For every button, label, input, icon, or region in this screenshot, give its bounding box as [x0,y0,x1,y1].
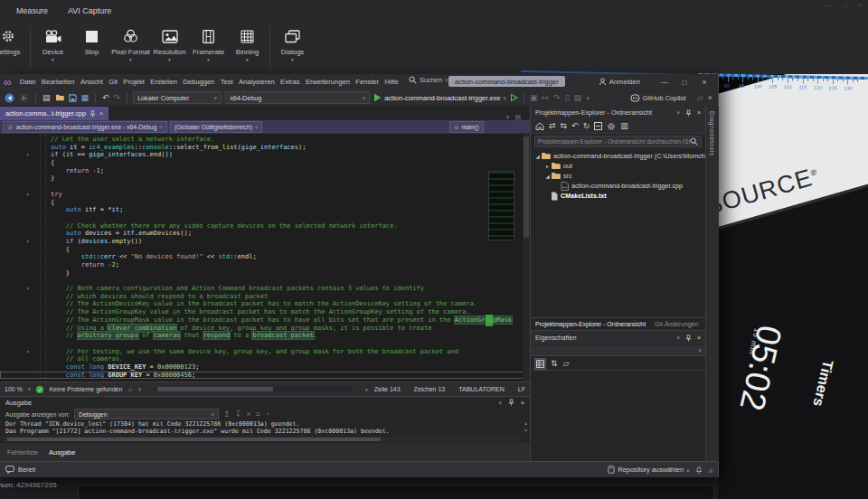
horizontal-scrollbar[interactable] [154,387,353,391]
properties-object-select[interactable]: ▾ [531,345,705,356]
framerate-button[interactable]: Framerate▾ [189,26,228,61]
feedback-icon[interactable] [5,466,14,474]
pin-icon[interactable] [90,110,96,118]
fold-chevron-icon[interactable]: ▾ [26,285,29,293]
menu-hilfe[interactable]: Hilfe [382,78,401,86]
menu-fenster[interactable]: Fenster [353,78,382,86]
pin-icon[interactable] [685,334,692,342]
bookmark-list-icon[interactable]: ▤ [574,94,582,102]
tree-item[interactable]: ◢action-command-broadcast-trigger (C:\Us… [531,151,705,161]
undo-icon[interactable]: ↶ [571,122,579,130]
configuration-select[interactable]: x64-Debug▾ [225,91,370,104]
settings-button[interactable]: Settings [0,26,27,56]
tree-item[interactable]: ++action-command-broadcast-trigger.cpp [531,181,705,191]
output-vertical-scrollbar[interactable]: ▲▼ [524,420,528,433]
clock-icon[interactable]: ◔ [265,410,269,419]
edit-icon[interactable]: ▱ [127,386,132,392]
eol-indicator[interactable]: LF [518,386,525,392]
output-horizontal-scrollbar[interactable] [2,437,521,442]
close-button[interactable]: × [694,78,714,87]
pin-icon[interactable] [508,399,514,406]
panel-tab-fehlerliste[interactable]: Fehlerliste [7,448,38,457]
tree-item[interactable]: ◢src [531,171,705,181]
close-icon[interactable]: × [858,1,863,9]
dialogs-button[interactable]: Dialogs▾ [273,26,312,61]
menu-git[interactable]: Git [106,78,120,86]
value-input[interactable] [78,485,714,499]
menu-datei[interactable]: Datei [17,78,39,86]
column-indicator[interactable]: Zeichen 13 [414,386,446,392]
share-icon[interactable]: ▱ [697,94,703,102]
problems-label[interactable]: Keine Probleme gefunden [49,386,122,392]
chevron-down-icon[interactable]: ▾ [676,109,680,116]
back-icon[interactable] [5,93,14,103]
tab-action-command-broadcast-trigger-cpp[interactable]: action-comma...t-trigger.cpp × [0,107,108,120]
step-over-icon[interactable]: ↷ [553,94,561,102]
fold-chevron-icon[interactable]: ▾ [26,238,29,246]
start-debugging-button[interactable]: action-command-broadcast-trigger.exe ▾ [373,93,506,102]
menu-analysieren[interactable]: Analysieren [236,78,278,86]
pixel-format-button[interactable]: Pixel Format▾ [111,26,150,61]
github-copilot-button[interactable]: GitHub Copilot [630,94,686,102]
alphabetical-icon[interactable]: ⇅ [551,360,558,368]
tree-item[interactable]: ▸out [531,161,705,171]
minimize-icon[interactable]: — [825,1,832,9]
refresh-icon[interactable]: ↻ [583,122,590,130]
debug-target-dropdown[interactable]: ▣ action-command-broadcast-trigger.exe -… [3,121,167,133]
settings-icon[interactable] [607,122,616,131]
menu-test[interactable]: Test [218,78,236,86]
new-project-icon[interactable]: ▤ [42,94,51,102]
new-tab-icon[interactable]: ▤ [514,114,521,120]
menu-debuggen[interactable]: Debuggen [180,78,217,86]
maximize-icon[interactable]: □ [843,1,847,9]
window-title[interactable]: action-command-broadcast-trigger [448,76,565,87]
goto-next-icon[interactable]: ↧ [235,410,242,419]
fold-chevron-icon[interactable]: ▾ [26,191,29,199]
start-without-debugging-icon[interactable] [510,93,518,102]
view-tab[interactable]: Projektmappen-Explorer - Ordneransicht [535,321,646,327]
wrap-icon[interactable]: ≡ [255,410,259,419]
zoom-level[interactable]: 100 % [5,386,23,392]
binning-button[interactable]: Binning▾ [228,26,267,61]
output-source-select[interactable]: Debuggen▾ [74,409,219,419]
save-icon[interactable] [69,94,77,102]
resolution-button[interactable]: Resolution▾ [150,26,189,61]
bell-icon[interactable] [695,466,703,474]
menu-ansicht[interactable]: Ansicht [78,78,106,86]
line-indicator[interactable]: Zeile 143 [374,386,401,392]
fold-chevron-icon[interactable]: ▾ [26,348,29,356]
menu-projekt[interactable]: Projekt [120,78,147,86]
chevron-down-icon[interactable]: ▾ [506,114,510,120]
tree-item[interactable]: CMakeLists.txt [531,191,705,201]
diagnostics-tools-tab[interactable]: Diagnosetools [709,111,715,156]
scope-dropdown[interactable]: (Globaler Gültigkeitsbereich) ▾ [170,121,263,133]
sign-in-button[interactable]: Anmelden [599,78,640,86]
indent-indicator[interactable]: TABULATOREN [458,386,505,392]
select-repository-button[interactable]: Repository auswählen ▴ [608,466,689,474]
panel-tab-ausgabe[interactable]: Ausgabe [49,448,75,457]
scroll-right-icon[interactable]: ▸ [365,386,369,392]
maximize-button[interactable]: □ [675,78,694,87]
clear-all-icon[interactable]: × [246,410,250,419]
menu-bearbeiten[interactable]: Bearbeiten [39,78,78,86]
redo-icon[interactable]: ↷ [114,94,121,102]
attach-icon[interactable]: ↦ [542,94,550,102]
bookmark-icon[interactable]: ▯ [565,94,570,102]
member-dropdown[interactable]: ◆ main() [449,121,484,133]
output-log[interactable]: Der Thread "ICN.device_lost" (17304) hat… [0,420,530,437]
capture-tab-avi-capture[interactable]: AVI Capture [68,6,111,15]
goto-prev-icon[interactable]: ↥ [223,410,231,419]
solution-explorer-search[interactable]: Projektmappen-Explorer - Ordneransicht d… [534,136,702,147]
stop-button[interactable]: Stop [72,26,111,56]
menu-erweiterungen[interactable]: Erweiterungen [303,78,353,86]
minimize-button[interactable]: — [655,78,675,87]
undo-icon[interactable]: ↶ [102,94,109,102]
chevron-down-icon[interactable]: ▾ [676,334,680,341]
code-editor[interactable]: // Let the user select a network interfa… [0,134,530,381]
capture-tab-measure[interactable]: Measure [16,6,48,15]
open-folder-icon[interactable] [55,94,64,101]
editor-scrollbar[interactable] [523,134,530,381]
close-tab-icon[interactable]: × [99,110,103,117]
preview-icon[interactable]: ▥ [620,122,628,130]
property-pages-icon[interactable]: ▱ [563,360,570,368]
